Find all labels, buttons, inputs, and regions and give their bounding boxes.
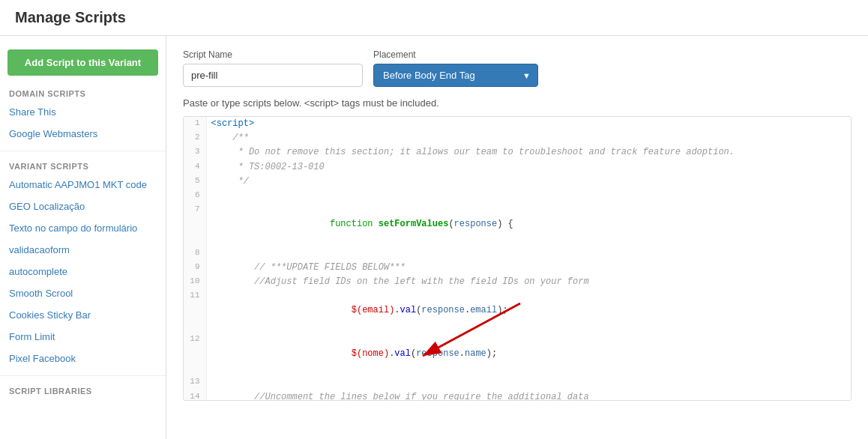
line-number: 10 (184, 275, 206, 289)
sidebar-divider-2 (0, 375, 166, 376)
sidebar-item-autocomplete[interactable]: autocomplete (0, 261, 166, 282)
placement-label: Placement (373, 49, 538, 60)
code-line-4: 4 * TS:0002-13-010 (184, 160, 851, 175)
sidebar-item-cookies[interactable]: Cookies Sticky Bar (0, 304, 166, 326)
placement-select-wrapper: Before Body End Tag ▼ (373, 64, 538, 87)
code-table: 1 <script> 2 /** 3 * Do not remove this … (184, 117, 851, 401)
line-content: //Uncomment the lines below if you requi… (206, 390, 851, 401)
line-number: 13 (184, 375, 206, 390)
content-area: Script Name Placement Before Body End Ta… (166, 36, 868, 439)
line-content: * TS:0002-13-010 (206, 160, 851, 175)
sidebar-item-google-webmasters[interactable]: Google Webmasters (0, 123, 166, 145)
placement-group: Placement Before Body End Tag ▼ (373, 49, 538, 87)
line-number: 7 (184, 203, 206, 246)
line-content: <script> (206, 117, 851, 131)
line-number: 2 (184, 131, 206, 145)
script-name-group: Script Name (183, 49, 363, 87)
sidebar-item-validacao[interactable]: validacaoform (0, 239, 166, 261)
variant-scripts-section: VARIANT SCRIPTS (0, 157, 166, 174)
line-number: 12 (184, 333, 206, 376)
code-line-13: 13 (184, 375, 851, 390)
code-line-11: 11 $(email).val(response.email); (184, 289, 851, 333)
line-number: 8 (184, 246, 206, 261)
line-number: 6 (184, 189, 206, 203)
line-content: * Do not remove this section; it allows … (206, 145, 851, 160)
line-content: function setFormValues(response) { (206, 203, 851, 246)
code-line-12: 12 $(nome).val(response.name); (184, 333, 851, 376)
line-number: 11 (184, 289, 206, 333)
code-line-10: 10 //Adjust field IDs on the left with t… (184, 275, 851, 289)
code-line-2: 2 /** (184, 131, 851, 145)
sidebar-item-pixel-facebook[interactable]: Pixel Facebook (0, 348, 166, 369)
code-line-7: 7 function setFormValues(response) { (184, 203, 851, 246)
line-number: 4 (184, 160, 206, 175)
line-number: 3 (184, 145, 206, 160)
line-number: 9 (184, 261, 206, 275)
sidebar-item-texto[interactable]: Texto no campo do formulário (0, 217, 166, 239)
code-line-3: 3 * Do not remove this section; it allow… (184, 145, 851, 160)
sidebar-item-aapjmo1[interactable]: Automatic AAPJMO1 MKT code (0, 174, 166, 196)
sidebar-item-form-limit[interactable]: Form Limit (0, 326, 166, 348)
header: Manage Scripts (0, 0, 868, 36)
line-content: $(email).val(response.email); (206, 289, 851, 333)
code-line-6: 6 (184, 189, 851, 203)
code-line-1: 1 <script> (184, 117, 851, 131)
code-line-8: 8 (184, 246, 851, 261)
line-content (206, 189, 851, 203)
line-number: 14 (184, 390, 206, 401)
sidebar-item-smooth[interactable]: Smooth Scrool (0, 282, 166, 304)
sidebar-item-geo[interactable]: GEO Localização (0, 196, 166, 217)
code-line-9: 9 // ***UPDATE FIELDS BELOW*** (184, 261, 851, 275)
code-line-14: 14 //Uncomment the lines below if you re… (184, 390, 851, 401)
line-content: */ (206, 175, 851, 189)
line-content: // ***UPDATE FIELDS BELOW*** (206, 261, 851, 275)
form-row: Script Name Placement Before Body End Ta… (183, 49, 852, 87)
paste-hint: Paste or type scripts below. <script> ta… (183, 97, 852, 109)
domain-scripts-section: DOMAIN SCRIPTS (0, 85, 166, 101)
script-libraries-section: SCRIPT LIBRARIES (0, 382, 166, 399)
line-number: 5 (184, 175, 206, 189)
line-number: 1 (184, 117, 206, 131)
sidebar-divider-1 (0, 151, 166, 151)
code-editor[interactable]: 1 <script> 2 /** 3 * Do not remove this … (183, 116, 852, 401)
line-content (206, 375, 851, 390)
script-name-input[interactable] (183, 64, 363, 87)
code-line-5: 5 */ (184, 175, 851, 189)
line-content: //Adjust field IDs on the left with the … (206, 275, 851, 289)
placement-select[interactable]: Before Body End Tag (373, 64, 538, 87)
line-content: $(nome).val(response.name); (206, 333, 851, 376)
line-content: /** (206, 131, 851, 145)
sidebar-item-share-this[interactable]: Share This (0, 101, 166, 123)
page-title: Manage Scripts (15, 9, 853, 26)
add-script-button[interactable]: Add Script to this Variant (7, 49, 158, 76)
code-editor-wrapper: 1 <script> 2 /** 3 * Do not remove this … (183, 116, 852, 401)
sidebar: Add Script to this Variant DOMAIN SCRIPT… (0, 36, 166, 439)
script-name-label: Script Name (183, 49, 363, 60)
line-content (206, 246, 851, 261)
